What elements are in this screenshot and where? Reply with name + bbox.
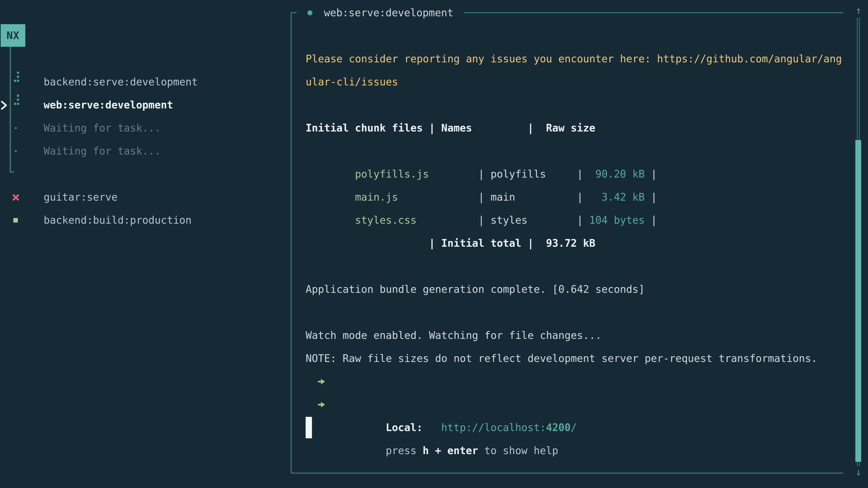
task-label-selected: web:serve:development — [43, 94, 173, 117]
nx-tui-app: NX Running serve for 3 projects, and 1 r… — [0, 0, 868, 488]
panel-border-top — [464, 12, 843, 13]
panel-border-top-stub — [291, 12, 297, 13]
task-success-square-icon — [13, 218, 18, 223]
nx-logo-text: NX — [6, 29, 20, 41]
panel-border-bottom — [291, 473, 843, 474]
task-row-waiting-1[interactable]: Waiting for task... — [0, 117, 291, 140]
task-failed-x-icon — [12, 194, 20, 201]
help-keys: h + enter — [423, 445, 478, 457]
scroll-up-icon[interactable]: ↑ — [854, 1, 864, 20]
keyboard-hints: quit:qhelp:? — [172, 485, 319, 488]
task-row-guitar-serve[interactable]: guitar:serve — [0, 186, 291, 209]
selected-caret-icon — [0, 100, 8, 110]
task-label: backend:serve:development — [43, 70, 198, 94]
local-url-port: 4200 — [546, 422, 570, 433]
chunk-name: styles — [491, 214, 528, 226]
chunk-size: 104 bytes — [589, 214, 645, 226]
task-row-backend-build[interactable]: backend:build:production — [0, 209, 291, 232]
task-label: guitar:serve — [43, 186, 118, 209]
local-url[interactable]: http://localhost:4200/ — [441, 422, 577, 433]
table-row: polyfills.js | polyfills | 90.20 kB | — [306, 140, 657, 163]
nx-logo-badge: NX — [1, 24, 25, 47]
table-row: styles.css | styles | 104 bytes | — [306, 186, 657, 209]
pager: ←1/1→ — [13, 462, 105, 488]
watch-mode-line: Watch mode enabled. Watching for file ch… — [306, 324, 601, 347]
terminal-cursor — [306, 417, 312, 438]
chunk-file: styles.css — [355, 214, 416, 226]
bundle-complete-line: Application bundle generation complete. … — [306, 278, 645, 301]
arrow-right-icon — [318, 378, 326, 386]
waiting-dot-icon — [15, 127, 17, 129]
task-label: Waiting for task... — [43, 140, 161, 163]
task-row-waiting-2[interactable]: Waiting for task... — [0, 140, 291, 163]
task-label: Waiting for task... — [43, 117, 161, 140]
table-total-row: | Initial total | 93.72 kB — [306, 232, 595, 255]
waiting-dot-icon — [15, 150, 17, 152]
sidebar-bottom-bar: ←1/1→ quit:qhelp:? — [0, 439, 291, 462]
notice-line-1: Please consider reporting any issues you… — [306, 47, 842, 70]
table-row: main.js | main | 3.42 kB | — [306, 163, 657, 186]
note-line: NOTE: Raw file sizes do not reflect deve… — [306, 347, 817, 370]
task-row-web-serve[interactable]: web:serve:development — [0, 94, 291, 117]
scroll-thumb[interactable] — [855, 140, 861, 462]
task-label: backend:build:production — [43, 209, 192, 232]
table-header: Initial chunk files | Names | Raw size — [306, 117, 595, 140]
cursor-line — [306, 416, 355, 439]
local-url-line: Local:http://localhost:4200/ — [306, 370, 577, 393]
sidebar-header: Running serve for 3 projects, and 1 requ — [43, 24, 289, 47]
panel-border-left — [291, 12, 291, 474]
local-label: Local: — [385, 422, 423, 433]
help-hint-line: press h + enter to show help — [306, 393, 558, 416]
panel-title-bullet-icon — [307, 10, 312, 15]
panel-title: web:serve:development — [324, 1, 454, 24]
arrow-right-icon — [318, 400, 326, 409]
notice-line-2: ular-cli/issues — [306, 70, 398, 94]
scroll-down-icon[interactable]: ↓ — [854, 463, 864, 481]
spinner-icon — [0, 70, 23, 94]
task-row-backend-serve[interactable]: backend:serve:development — [0, 70, 291, 94]
